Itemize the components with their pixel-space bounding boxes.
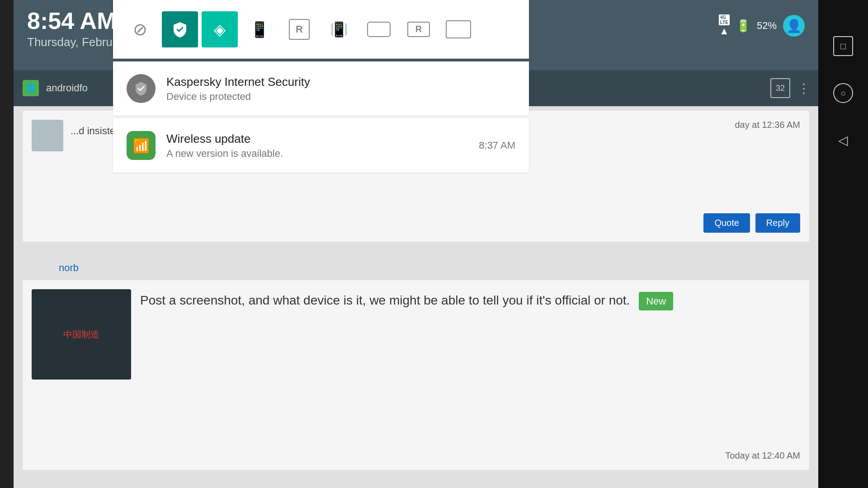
- browser-favicon: 🌐: [23, 80, 39, 96]
- browser-tab-title: androidfo: [46, 82, 88, 94]
- notif-icon-landscape[interactable]: [361, 11, 397, 47]
- notif-icon-r-badge[interactable]: R: [281, 11, 317, 47]
- kaspersky-text-area: Kaspersky Internet Security Device is pr…: [166, 75, 515, 103]
- kaspersky-notification[interactable]: Kaspersky Internet Security Device is pr…: [113, 61, 529, 116]
- post2-avatar: 中国制造: [32, 289, 131, 380]
- notif-icon-rotation[interactable]: ⊘: [122, 11, 158, 47]
- post2-timestamp: Today at 12:40 AM: [725, 450, 800, 461]
- wireless-text-area: Wireless update A new version is availab…: [166, 132, 468, 160]
- notif-icon-wide-rect[interactable]: [440, 11, 476, 47]
- browser-actions: 32 ⋮: [770, 78, 809, 98]
- kaspersky-title: Kaspersky Internet Security: [166, 75, 515, 89]
- battery-icon: 🔋: [736, 19, 750, 33]
- battery-level: 52%: [757, 20, 777, 32]
- menu-button[interactable]: ⋮: [797, 81, 809, 96]
- post-timestamp: day at 12:36 AM: [735, 120, 800, 130]
- main-area: 8:54 AM Thursday, February 18 4GLTE ▲ 🔋 …: [14, 0, 818, 488]
- new-badge: New: [639, 292, 673, 310]
- notif-icon-rotation2-active[interactable]: ◈: [202, 11, 238, 47]
- user-avatar[interactable]: 👤: [783, 15, 805, 37]
- shield-icon: [171, 20, 189, 38]
- post2-avatar-text: 中国制造: [59, 324, 104, 345]
- kaspersky-icon: [127, 74, 156, 103]
- wireless-app-icon: 📶: [133, 138, 150, 154]
- post-actions: Quote Reply: [703, 213, 800, 233]
- home-button[interactable]: ○: [833, 83, 853, 103]
- post-avatar: [32, 120, 63, 151]
- wireless-title: Wireless update: [166, 132, 468, 146]
- wireless-notification[interactable]: 📶 Wireless update A new version is avail…: [113, 118, 529, 173]
- lte-badge: 4GLTE: [719, 14, 730, 25]
- kaspersky-shield-icon: [133, 80, 149, 97]
- tab-count-badge[interactable]: 32: [770, 78, 790, 98]
- left-sidebar: [0, 0, 14, 488]
- signal-icon: 4GLTE ▲: [719, 14, 730, 37]
- notification-panel: ⊘ ◈ 📱 R 📳 R: [113, 0, 529, 173]
- wireless-icon: 📶: [127, 131, 156, 160]
- forum-username: norb: [59, 262, 79, 274]
- notif-icon-row: ⊘ ◈ 📱 R 📳 R: [113, 0, 529, 59]
- notif-icon-phone[interactable]: 📱: [241, 11, 278, 47]
- reply-button[interactable]: Reply: [755, 213, 800, 233]
- quote-button[interactable]: Quote: [703, 213, 750, 233]
- back-button[interactable]: ◁: [833, 130, 853, 150]
- tab-count: 32: [776, 84, 785, 93]
- post2-content: Post a screenshot, and what device is it…: [140, 293, 630, 307]
- kaspersky-subtitle: Device is protected: [166, 91, 515, 103]
- post2-body: Post a screenshot, and what device is it…: [32, 289, 800, 310]
- forum-post-2: 中国制造 Post a screenshot, and what device …: [23, 280, 809, 470]
- wireless-subtitle: A new version is available.: [166, 148, 468, 160]
- right-sidebar: □ ○ ◁: [818, 0, 868, 488]
- favicon-icon: 🌐: [26, 83, 36, 93]
- notif-icon-r-rect[interactable]: R: [401, 11, 437, 47]
- avatar-icon: 👤: [786, 19, 802, 33]
- status-icons: 4GLTE ▲ 🔋 52% 👤: [719, 14, 805, 37]
- recent-apps-button[interactable]: □: [833, 36, 853, 56]
- notif-icon-shield-active[interactable]: [162, 11, 198, 47]
- wireless-time: 8:37 AM: [479, 140, 515, 151]
- notif-icon-vibrate[interactable]: 📳: [321, 11, 357, 47]
